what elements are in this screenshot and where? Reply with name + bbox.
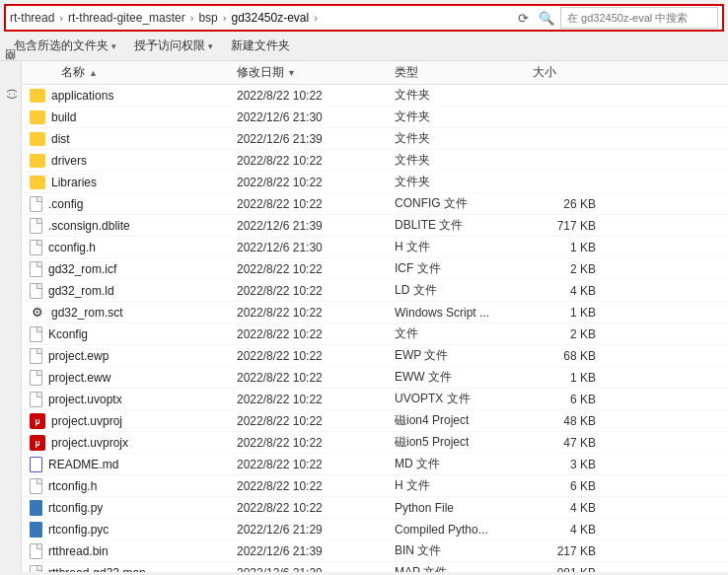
col-header-name[interactable]: 名称 ▲ <box>22 64 229 81</box>
cell-type: MD 文件 <box>387 456 525 472</box>
cell-name: gd32_rom.icf <box>22 261 229 277</box>
table-row[interactable]: project.uvoptx 2022/8/22 10:22 UVOPTX 文件… <box>22 389 728 410</box>
file-icon <box>30 392 42 407</box>
cell-name: cconfig.h <box>22 240 229 255</box>
folder-icon <box>30 132 45 146</box>
sort-arrow-icon: ▲ <box>89 68 98 78</box>
cell-date: 2022/8/22 10:22 <box>229 262 387 276</box>
file-name: build <box>51 110 76 124</box>
file-name: project.uvprojx <box>51 436 128 450</box>
cell-type: Windows Script ... <box>387 306 525 320</box>
file-list: 名称 ▲ 修改日期 ▼ 类型 大小 applications 2022/8/22… <box>22 61 728 572</box>
file-name: project.eww <box>48 371 110 385</box>
file-name: .sconsign.dblite <box>48 219 130 233</box>
file-name: rtthread-gd32.map <box>48 566 146 573</box>
table-row[interactable]: dist 2022/12/6 21:39 文件夹 <box>22 128 728 150</box>
table-row[interactable]: rtthread-gd32.map 2022/12/6 21:39 MAP 文件… <box>22 562 728 572</box>
table-row[interactable]: Libraries 2022/8/22 10:22 文件夹 <box>22 172 728 193</box>
file-icon <box>30 326 42 342</box>
cell-type: Python File <box>387 501 525 515</box>
cell-date: 2022/8/22 10:22 <box>229 89 387 103</box>
cell-type: 文件夹 <box>387 87 525 104</box>
table-row[interactable]: rtconfig.pyc 2022/12/6 21:29 Compiled Py… <box>22 519 728 540</box>
col-header-type[interactable]: 类型 <box>387 64 525 81</box>
table-row[interactable]: .sconsign.dblite 2022/12/6 21:39 DBLITE … <box>22 215 728 237</box>
cell-type: DBLITE 文件 <box>387 217 525 234</box>
md-icon <box>30 457 42 472</box>
refresh-button[interactable]: ⟳ <box>513 8 533 28</box>
table-row[interactable]: project.eww 2022/8/22 10:22 EWW 文件 1 KB <box>22 367 728 389</box>
folder-icon <box>30 110 45 124</box>
cell-size: 217 KB <box>525 544 604 558</box>
file-name: project.ewp <box>48 349 109 363</box>
python-icon <box>30 522 42 538</box>
file-name: applications <box>51 89 113 103</box>
cell-date: 2022/12/6 21:39 <box>229 132 387 146</box>
sep-2: › <box>190 12 194 24</box>
file-name: rtconfig.pyc <box>48 523 109 537</box>
address-bar[interactable]: rt-thread › rt-thread-gitee_master › bsp… <box>4 4 724 32</box>
script-icon: ⚙ <box>30 305 45 321</box>
file-name: dist <box>51 132 70 146</box>
cell-date: 2022/12/6 21:39 <box>229 566 387 573</box>
grant-access-button[interactable]: 授予访问权限 ▾ <box>126 35 221 57</box>
cell-date: 2022/8/22 10:22 <box>229 479 387 493</box>
table-row[interactable]: build 2022/12/6 21:30 文件夹 <box>22 107 728 128</box>
crumb-rt-thread[interactable]: rt-thread <box>10 11 54 25</box>
cell-name: dist <box>22 132 229 146</box>
crumb-bsp[interactable]: bsp <box>198 11 217 25</box>
table-row[interactable]: rtconfig.h 2022/8/22 10:22 H 文件 6 KB <box>22 475 728 497</box>
cell-type: EWW 文件 <box>387 369 525 386</box>
cell-name: project.uvoptx <box>22 392 229 407</box>
file-icon <box>30 283 42 299</box>
file-name: README.md <box>48 458 118 471</box>
table-row[interactable]: README.md 2022/8/22 10:22 MD 文件 3 KB <box>22 454 728 475</box>
sidebar-left: 空间 (:) <box>0 61 22 572</box>
search-input[interactable] <box>560 7 718 29</box>
folder-icon <box>30 89 45 103</box>
cell-date: 2022/8/22 10:22 <box>229 154 387 168</box>
table-row[interactable]: Kconfig 2022/8/22 10:22 文件 2 KB <box>22 323 728 345</box>
table-row[interactable]: .config 2022/8/22 10:22 CONFIG 文件 26 KB <box>22 193 728 215</box>
crumb-gitee[interactable]: rt-thread-gitee_master <box>68 11 185 25</box>
cell-size: 4 KB <box>525 501 604 515</box>
table-row[interactable]: project.ewp 2022/8/22 10:22 EWP 文件 68 KB <box>22 345 728 367</box>
cell-date: 2022/12/6 21:30 <box>229 110 387 124</box>
crumb-current[interactable]: gd32450z-eval <box>231 11 309 25</box>
table-row[interactable]: ⚙ gd32_rom.sct 2022/8/22 10:22 Windows S… <box>22 302 728 323</box>
table-row[interactable]: cconfig.h 2022/12/6 21:30 H 文件 1 KB <box>22 237 728 258</box>
column-header: 名称 ▲ 修改日期 ▼ 类型 大小 <box>22 61 728 85</box>
col-header-size[interactable]: 大小 <box>525 64 604 81</box>
table-row[interactable]: gd32_rom.ld 2022/8/22 10:22 LD 文件 4 KB <box>22 280 728 302</box>
cell-type: 磁ion5 Project <box>387 434 525 451</box>
cell-name: applications <box>22 89 229 103</box>
sep-1: › <box>59 12 63 24</box>
search-icon: 🔍 <box>537 8 556 28</box>
file-rows-container: applications 2022/8/22 10:22 文件夹 build 2… <box>22 85 728 572</box>
cell-date: 2022/8/22 10:22 <box>229 197 387 211</box>
file-icon <box>30 348 42 364</box>
include-folder-button[interactable]: 包含所选的文件夹 ▾ <box>6 35 124 57</box>
table-row[interactable]: drivers 2022/8/22 10:22 文件夹 <box>22 150 728 172</box>
table-row[interactable]: µ project.uvproj 2022/8/22 10:22 磁ion4 P… <box>22 410 728 432</box>
table-row[interactable]: gd32_rom.icf 2022/8/22 10:22 ICF 文件 2 KB <box>22 258 728 280</box>
file-name: Libraries <box>51 176 97 189</box>
col-header-date[interactable]: 修改日期 ▼ <box>229 64 387 81</box>
table-row[interactable]: rtconfig.py 2022/8/22 10:22 Python File … <box>22 497 728 519</box>
table-row[interactable]: µ project.uvprojx 2022/8/22 10:22 磁ion5 … <box>22 432 728 454</box>
cell-size: 717 KB <box>525 219 604 233</box>
toolbar: 包含所选的文件夹 ▾ 授予访问权限 ▾ 新建文件夹 <box>0 32 728 61</box>
cell-type: LD 文件 <box>387 282 525 299</box>
table-row[interactable]: rtthread.bin 2022/12/6 21:39 BIN 文件 217 … <box>22 540 728 562</box>
cell-size: 3 KB <box>525 458 604 471</box>
cell-date: 2022/8/22 10:22 <box>229 327 387 341</box>
file-name: rtconfig.h <box>48 479 97 493</box>
file-name: project.uvproj <box>51 414 122 428</box>
new-folder-button[interactable]: 新建文件夹 <box>223 35 298 57</box>
table-row[interactable]: applications 2022/8/22 10:22 文件夹 <box>22 85 728 107</box>
folder-icon <box>30 154 45 168</box>
file-name: .config <box>48 197 83 211</box>
cell-date: 2022/8/22 10:22 <box>229 284 387 298</box>
sidebar-label-c[interactable]: (:) <box>5 89 17 99</box>
cell-type: 文件夹 <box>387 130 525 147</box>
